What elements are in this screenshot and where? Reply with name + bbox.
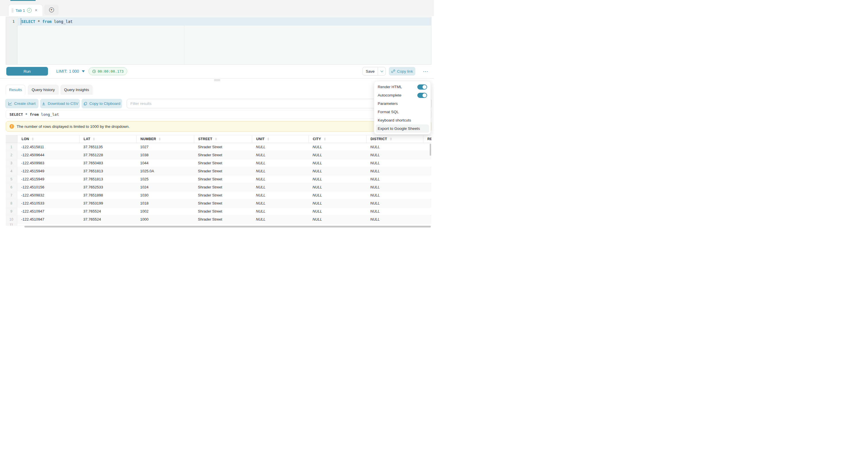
sql-editor[interactable]: 1 SELECT * from long_lat bbox=[6, 17, 431, 65]
sort-icon[interactable] bbox=[93, 138, 95, 141]
sort-icon[interactable] bbox=[268, 138, 269, 141]
resize-handle[interactable] bbox=[214, 79, 220, 80]
cell-district: NULL bbox=[366, 223, 423, 225]
cell-lon: -122.4510533 bbox=[17, 199, 79, 207]
menu-item-parameters[interactable]: Parameters bbox=[374, 99, 431, 108]
column-label: STREET bbox=[198, 137, 212, 141]
horizontal-scrollbar[interactable] bbox=[24, 226, 431, 228]
sort-icon[interactable] bbox=[390, 138, 392, 141]
menu-item-autocomplete[interactable]: Autocomplete bbox=[374, 91, 431, 99]
save-options-button[interactable] bbox=[378, 67, 386, 75]
progress-bar bbox=[10, 0, 36, 1]
check-circle-icon: ✓ bbox=[27, 8, 32, 13]
toggle-switch[interactable] bbox=[417, 93, 427, 98]
tab-results[interactable]: Results bbox=[6, 85, 25, 94]
table-row: 1-122.451581137.76511351027Shrader Stree… bbox=[6, 143, 431, 151]
add-tab-button[interactable]: + bbox=[44, 5, 59, 15]
run-button[interactable]: Run bbox=[6, 67, 48, 75]
save-button[interactable]: Save bbox=[363, 67, 378, 75]
cell-city: NULL bbox=[308, 223, 366, 225]
more-options-button[interactable]: ⋯ bbox=[420, 67, 431, 75]
toggle-switch[interactable] bbox=[417, 85, 427, 90]
cell-number: 1024 bbox=[136, 183, 194, 191]
create-chart-label: Create chart bbox=[14, 101, 35, 106]
cell-lat: 37.7653199 bbox=[79, 199, 136, 207]
cell-number: 1038 bbox=[136, 151, 194, 159]
sort-icon[interactable] bbox=[215, 138, 217, 141]
sql-keyword-from: from bbox=[42, 19, 52, 24]
cell-lat: 37.765524 bbox=[79, 207, 136, 215]
drag-dots-icon[interactable] bbox=[11, 8, 13, 12]
resize-handle[interactable] bbox=[214, 81, 220, 81]
cell-number: 1018 bbox=[136, 199, 194, 207]
cell-lon: -122.4510156 bbox=[17, 183, 79, 191]
cell-lon: -122.4509644 bbox=[17, 151, 79, 159]
cell-street: Shrader Street bbox=[194, 191, 252, 199]
column-header-city[interactable]: CITY bbox=[308, 135, 366, 143]
cell-lat: 37.7654555 bbox=[79, 223, 136, 225]
row-number: 4 bbox=[6, 167, 17, 175]
table-row: 9-122.451094737.7655241002Shrader Street… bbox=[6, 207, 431, 215]
table-row: 5-122.451594937.76518131025Shrader Stree… bbox=[6, 175, 431, 183]
column-header-re[interactable]: RE bbox=[423, 135, 431, 143]
cell-unit: NULL bbox=[252, 175, 308, 183]
tab-query-history[interactable]: Query history bbox=[28, 85, 59, 94]
tab-query-insights[interactable]: Query Insights bbox=[61, 85, 92, 94]
clipboard-icon bbox=[83, 102, 87, 106]
create-chart-button[interactable]: Create chart bbox=[5, 99, 38, 108]
editor-gutter: 1 bbox=[6, 17, 18, 64]
toggle-knob bbox=[423, 93, 427, 97]
results-table: LONLATNUMBERSTREETUNITCITYDISTRICTRE 1-1… bbox=[6, 135, 431, 226]
cell-lat: 37.7652533 bbox=[79, 183, 136, 191]
limit-dropdown[interactable]: LIMIT: 1 000 bbox=[56, 67, 85, 75]
column-header-district[interactable]: DISTRICT bbox=[366, 135, 423, 143]
cell-city: NULL bbox=[308, 143, 366, 151]
cell-number: 1044 bbox=[136, 159, 194, 167]
menu-item-label: Format SQL bbox=[378, 110, 399, 114]
tab-bar: Tab 1 ✓ × + bbox=[0, 0, 434, 16]
menu-item-label: Parameters bbox=[378, 101, 398, 106]
table-row: 3-122.450998337.76504831044Shrader Stree… bbox=[6, 159, 431, 167]
query-timer-badge: 00:00:00.173 bbox=[89, 67, 127, 75]
sort-icon[interactable] bbox=[324, 138, 326, 141]
sql-code-line[interactable]: SELECT * from long_lat bbox=[21, 18, 73, 26]
tab-1[interactable]: Tab 1 ✓ × bbox=[9, 5, 42, 16]
cell-lon: -122.4515949 bbox=[17, 175, 79, 183]
download-csv-button[interactable]: Download to CSV bbox=[40, 99, 80, 108]
close-icon[interactable]: × bbox=[35, 8, 37, 13]
column-header-lon[interactable]: LON bbox=[17, 135, 79, 143]
row-number: 7 bbox=[6, 191, 17, 199]
cell-street: Shrader Street bbox=[194, 183, 252, 191]
menu-item-keyboard-shortcuts[interactable]: Keyboard shortcuts bbox=[374, 116, 431, 124]
cell-lat: 37.7651813 bbox=[79, 175, 136, 183]
cell-city: NULL bbox=[308, 183, 366, 191]
table-row: 7-122.450983237.76518981030Shrader Stree… bbox=[6, 191, 431, 199]
table-row: 2-122.450964437.76512281038Shrader Stree… bbox=[6, 151, 431, 159]
menu-item-render-html[interactable]: Render HTML bbox=[374, 83, 431, 91]
more-menu: Render HTMLAutocompleteParametersFormat … bbox=[374, 81, 431, 134]
table-row: 10-122.451094737.7655241000Shrader Stree… bbox=[6, 215, 431, 223]
cell-unit: NULL bbox=[252, 191, 308, 199]
cell-unit: NULL bbox=[252, 207, 308, 215]
copy-clipboard-button[interactable]: Copy to Clipboard bbox=[82, 99, 122, 108]
sql-keyword-select: SELECT bbox=[21, 19, 35, 24]
copy-link-button[interactable]: Copy link bbox=[389, 67, 415, 75]
sort-icon[interactable] bbox=[159, 138, 161, 141]
menu-item-export-to-google-sheets[interactable]: Export to Google Sheets bbox=[376, 124, 429, 133]
cell-city: NULL bbox=[308, 207, 366, 215]
cell-lat: 37.765524 bbox=[79, 215, 136, 223]
row-number: 5 bbox=[6, 175, 17, 183]
cell-district: NULL bbox=[366, 143, 423, 151]
column-header-street[interactable]: STREET bbox=[194, 135, 252, 143]
cell-city: NULL bbox=[308, 151, 366, 159]
vertical-scrollbar[interactable] bbox=[430, 144, 431, 156]
column-header-unit[interactable]: UNIT bbox=[252, 135, 308, 143]
sort-icon[interactable] bbox=[32, 138, 34, 141]
column-header-lat[interactable]: LAT bbox=[79, 135, 136, 143]
cell-street: Shrader Street bbox=[194, 143, 252, 151]
column-header-number[interactable]: NUMBER bbox=[136, 135, 194, 143]
cell-lat: 37.7650483 bbox=[79, 159, 136, 167]
menu-item-format-sql[interactable]: Format SQL bbox=[374, 108, 431, 116]
cell-district: NULL bbox=[366, 183, 423, 191]
echo-keyword-from: from bbox=[30, 112, 38, 117]
